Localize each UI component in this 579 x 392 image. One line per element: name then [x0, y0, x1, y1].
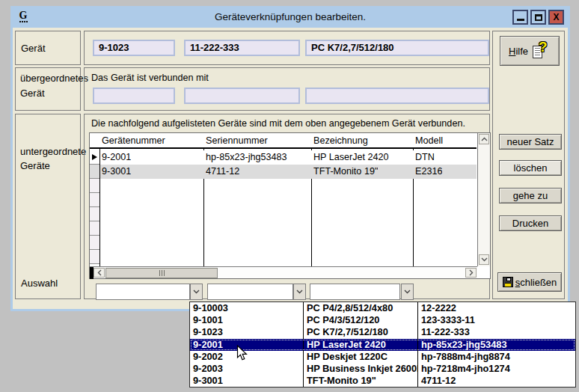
uebergeordnetes-label-line1: übergeordnetes [20, 73, 88, 84]
auswahl-combo-2-dropdown-button[interactable] [293, 284, 306, 300]
gehe-zu-button[interactable]: gehe zu [499, 188, 562, 203]
dd-bezeichnung[interactable]: PC K7/2,7/512/180 [304, 326, 418, 338]
row-selector[interactable] [90, 221, 99, 236]
drucken-button[interactable]: Drucken [499, 215, 562, 231]
geraet-bezeichnung-field[interactable]: PC K7/2,7/512/180 [305, 40, 489, 56]
dd-seriennummer[interactable]: 12-2222 [418, 302, 575, 314]
dd-nummer[interactable]: 9-1023 [190, 326, 304, 338]
row-selector[interactable] [90, 236, 99, 250]
auswahl-combo-3-input[interactable] [310, 284, 400, 300]
geraet-label: Gerät [21, 43, 46, 54]
scroll-up-button[interactable] [479, 134, 489, 144]
untergeordnete-label-line1: untergeordnete [20, 146, 86, 157]
row-selector-current[interactable] [90, 150, 99, 165]
maximize-button[interactable] [530, 10, 546, 25]
untergeordnete-content-box: Die nachfolgend aufgelisteten Geräte sin… [84, 114, 490, 299]
row-selector[interactable] [90, 193, 99, 207]
dd-bezeichnung[interactable]: PC P4/2,8/512/4x80 [304, 302, 418, 314]
schliessen-button[interactable]: schließen [497, 272, 562, 292]
schliessen-label: schließen [515, 277, 557, 288]
dd-bezeichnung[interactable]: TFT-Monito 19" [304, 375, 418, 387]
row-selector[interactable] [90, 165, 99, 179]
dropdown-item[interactable]: 9-3001 TFT-Monito 19" 4711-12 [190, 375, 575, 387]
minimize-button[interactable] [512, 10, 528, 25]
geraet-seriennummer-field[interactable]: 11-222-333 [184, 40, 300, 56]
close-button[interactable]: X [548, 10, 564, 25]
auswahl-combo-2-input[interactable] [207, 284, 293, 300]
cell-seriennummer[interactable]: hp-85x23-jhg53483 [206, 152, 287, 162]
dropdown-item[interactable]: 9-10003 PC P4/2,8/512/4x80 12-2222 [190, 302, 575, 314]
dd-nummer[interactable]: 9-1001 [190, 314, 304, 326]
geraete-table: Gerätenummer Seriennummer Bezeichnung Mo… [89, 132, 491, 279]
help-icon: ? [533, 42, 551, 60]
scroll-left-button[interactable] [94, 268, 105, 278]
untergeordnete-label-box: untergeordnete Geräte Auswahl [15, 114, 81, 299]
liste-beschreibung-text: Die nachfolgend aufgelisteten Geräte sin… [91, 118, 465, 129]
cell-seriennummer[interactable]: 4711-12 [206, 166, 239, 177]
geraet-label-box: Gerät [15, 31, 81, 65]
title-bar[interactable]: G Geräteverknüpfungen bearbeiten. X [13, 7, 568, 28]
window-controls: X [512, 10, 564, 25]
scrollbar-thumb[interactable] [105, 268, 218, 278]
cell-modell[interactable]: E2316 [415, 166, 442, 177]
chevron-down-icon [193, 290, 200, 294]
row-selector[interactable] [90, 207, 99, 221]
neuer-satz-button[interactable]: neuer Satz [499, 134, 562, 150]
untergeordnete-label-line2: Geräte [20, 160, 50, 171]
vertical-scrollbar[interactable] [477, 133, 490, 266]
table-row[interactable]: 9-2001 hp-85x23-jhg53483 HP LaserJet 242… [100, 150, 477, 165]
loeschen-button[interactable]: löschen [499, 160, 562, 176]
cell-geraetenummer[interactable]: 9-2001 [102, 152, 131, 162]
cell-modell[interactable]: DTN [415, 152, 435, 162]
dd-seriennummer[interactable]: hp-85x23-jhg53483 [418, 339, 575, 351]
scroll-down-button[interactable] [479, 254, 489, 265]
auswahl-combo-1-dropdown-button[interactable] [190, 284, 203, 300]
row-selector[interactable] [90, 250, 99, 264]
dropdown-item[interactable]: 9-1001 PC P4/3/512/120 123-3333-11 [190, 314, 575, 326]
hilfe-label: Hilfe [509, 46, 528, 57]
col-header-modell[interactable]: Modell [415, 135, 443, 146]
cell-bezeichnung[interactable]: HP LaserJet 2420 [313, 152, 389, 162]
dd-seriennummer[interactable]: hp-7218m4-jho1274 [418, 363, 575, 375]
dd-bezeichnung[interactable]: HP LaserJet 2420 [304, 339, 418, 351]
dd-bezeichnung[interactable]: PC P4/3/512/120 [304, 314, 418, 326]
row-selector-column [90, 150, 99, 266]
current-row-marker-icon [92, 154, 97, 160]
dd-seriennummer[interactable]: 11-222-333 [418, 326, 575, 338]
chevron-right-icon [469, 269, 474, 276]
chevron-left-icon [97, 269, 102, 276]
dd-seriennummer[interactable]: 4711-12 [418, 375, 575, 387]
col-header-seriennummer[interactable]: Seriennummer [206, 135, 268, 146]
col-header-bezeichnung[interactable]: Bezeichnung [313, 135, 368, 146]
dd-bezeichnung[interactable]: HP Business Inkjet 2600DN [304, 363, 418, 375]
auswahl-combo-1-input[interactable] [96, 284, 190, 300]
uebergeordnetes-content-box: Das Gerät ist verbunden mit [84, 67, 490, 111]
geraet-content-box: 9-1023 11-222-333 PC K7/2,7/512/180 [84, 31, 490, 65]
ueber-seriennummer-field[interactable] [184, 88, 300, 104]
dialog-window: G Geräteverknüpfungen bearbeiten. X Gerä… [10, 6, 570, 311]
minimize-icon [517, 19, 524, 21]
ueber-nummer-field[interactable] [93, 88, 175, 104]
geraet-nummer-field[interactable]: 9-1023 [93, 40, 175, 56]
dd-nummer[interactable]: 9-2003 [190, 363, 304, 375]
cell-bezeichnung[interactable]: TFT-Monito 19" [313, 166, 378, 177]
auswahl-combo-3-dropdown-button[interactable] [401, 284, 414, 300]
uebergeordnetes-label-box: übergeordnetes Gerät [15, 67, 81, 111]
horizontal-scrollbar[interactable] [90, 266, 477, 278]
chevron-down-icon [481, 257, 488, 262]
scroll-right-button[interactable] [465, 268, 477, 278]
table-row[interactable]: 9-3001 4711-12 TFT-Monito 19" E2316 [100, 165, 477, 179]
dropdown-item[interactable]: 9-2003 HP Business Inkjet 2600DN hp-7218… [190, 363, 575, 375]
dd-nummer[interactable]: 9-10003 [190, 302, 304, 314]
col-header-geraetenummer[interactable]: Gerätenummer [102, 135, 165, 146]
dd-seriennummer[interactable]: 123-3333-11 [418, 314, 575, 326]
dd-seriennummer[interactable]: hp-7888m4-jhg8874 [418, 351, 575, 363]
dropdown-item[interactable]: 9-1023 PC K7/2,7/512/180 11-222-333 [190, 326, 575, 338]
hilfe-button[interactable]: Hilfe ? [500, 36, 560, 66]
chevron-up-icon [481, 137, 488, 141]
dd-nummer[interactable]: 9-3001 [190, 375, 304, 387]
cell-geraetenummer[interactable]: 9-3001 [102, 166, 131, 177]
dd-bezeichnung[interactable]: HP Deskjet 1220C [304, 351, 418, 363]
row-selector[interactable] [90, 179, 99, 193]
ueber-bezeichnung-field[interactable] [305, 88, 489, 104]
